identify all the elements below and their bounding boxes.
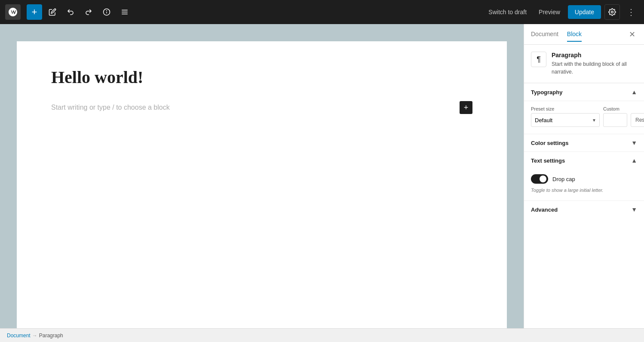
block-description-area: ¶ Paragraph Start with the building bloc…	[524, 45, 644, 83]
breadcrumb-separator: →	[32, 333, 37, 339]
color-settings-chevron-icon: ▼	[631, 139, 637, 146]
drop-cap-toggle[interactable]	[531, 174, 548, 184]
color-settings-section-header[interactable]: Color settings ▼	[524, 134, 644, 151]
topbar-right: Switch to draft Preview Update ⋮	[484, 4, 639, 20]
block-name: Paragraph	[552, 52, 637, 59]
settings-button[interactable]	[604, 4, 620, 20]
breadcrumb-document[interactable]: Document	[7, 333, 31, 339]
drop-cap-hint: Toggle to show a large initial letter.	[531, 187, 637, 194]
editor-placeholder-text: Start writing or type / to choose a bloc…	[51, 104, 454, 111]
sidebar-tab-bar: Document Block ✕	[524, 24, 644, 45]
block-desc-text: Paragraph Start with the building block …	[552, 52, 637, 76]
typography-chevron-icon: ▲	[631, 89, 637, 96]
main-area: Hello world! Start writing or type / to …	[0, 24, 644, 328]
post-title[interactable]: Hello world!	[51, 67, 472, 87]
preview-button[interactable]: Preview	[534, 6, 564, 18]
tab-block[interactable]: Block	[567, 27, 582, 42]
drop-cap-label: Drop cap	[552, 176, 575, 182]
editor-canvas: Hello world! Start writing or type / to …	[17, 41, 507, 328]
font-size-row: Preset size Default Small Normal Medium …	[531, 106, 637, 127]
text-settings-label: Text settings	[531, 157, 565, 164]
topbar: + Switch to draft Preview Update ⋮	[0, 0, 644, 24]
toggle-knob	[540, 176, 546, 182]
empty-paragraph-block[interactable]: Start writing or type / to choose a bloc…	[51, 101, 472, 114]
inline-add-block-button[interactable]: +	[460, 101, 472, 114]
advanced-label: Advanced	[531, 206, 558, 213]
editor-area[interactable]: Hello world! Start writing or type / to …	[0, 24, 524, 328]
paragraph-block-icon: ¶	[531, 52, 546, 67]
more-options-button[interactable]: ⋮	[623, 4, 639, 20]
sidebar-close-button[interactable]: ✕	[627, 29, 637, 40]
list-view-button[interactable]	[117, 4, 132, 20]
advanced-section-header[interactable]: Advanced ▼	[524, 200, 644, 218]
preset-select-wrapper: Default Small Normal Medium Large Extra …	[531, 113, 600, 127]
text-settings-chevron-icon: ▲	[631, 157, 637, 164]
bottombar: Document → Paragraph	[0, 328, 644, 342]
drop-cap-row: Drop cap	[531, 174, 637, 184]
color-settings-label: Color settings	[531, 140, 568, 146]
custom-label: Custom	[603, 106, 627, 111]
wp-logo	[5, 4, 21, 20]
reset-button[interactable]: Reset	[631, 113, 644, 127]
info-button[interactable]	[99, 4, 114, 20]
preset-size-label: Preset size	[531, 106, 600, 111]
typography-section-content: Preset size Default Small Normal Medium …	[524, 101, 644, 134]
undo-button[interactable]	[63, 4, 78, 20]
advanced-chevron-icon: ▼	[631, 206, 637, 213]
switch-to-draft-button[interactable]: Switch to draft	[484, 6, 531, 18]
typography-section-header[interactable]: Typography ▲	[524, 83, 644, 101]
block-description-text: Start with the building block of all nar…	[552, 60, 637, 76]
custom-size-group: Custom	[603, 106, 627, 127]
preset-size-select[interactable]: Default Small Normal Medium Large Extra …	[531, 113, 600, 127]
edit-button[interactable]	[45, 4, 60, 20]
sidebar: Document Block ✕ ¶ Paragraph Start with …	[524, 24, 644, 328]
tab-document[interactable]: Document	[531, 27, 558, 42]
breadcrumb-paragraph: Paragraph	[39, 333, 63, 339]
custom-size-input[interactable]	[603, 113, 627, 127]
update-button[interactable]: Update	[568, 5, 601, 19]
typography-label: Typography	[531, 89, 562, 96]
add-block-button[interactable]: +	[27, 4, 42, 20]
preset-size-group: Preset size Default Small Normal Medium …	[531, 106, 600, 127]
redo-button[interactable]	[81, 4, 96, 20]
text-settings-section-header[interactable]: Text settings ▲	[524, 151, 644, 169]
svg-point-6	[611, 11, 613, 13]
text-settings-content: Drop cap Toggle to show a large initial …	[524, 169, 644, 200]
